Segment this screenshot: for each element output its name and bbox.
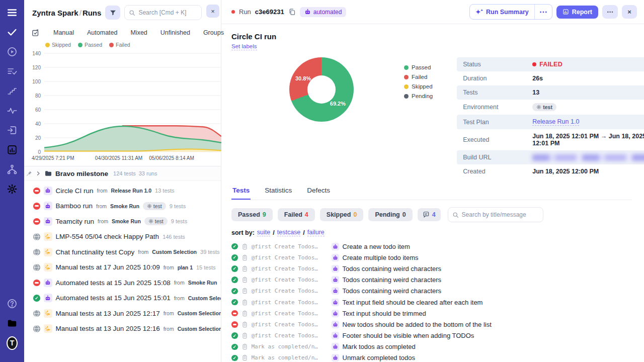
run-source: Smoke Run — [110, 203, 139, 209]
sort-by-failure[interactable]: failure — [307, 229, 325, 236]
chevron-right-icon[interactable] — [35, 170, 41, 176]
run-list-item[interactable]: Manual tests at 13 Jun 2025 12:17 from C… — [24, 306, 221, 321]
test-row[interactable]: @first Create Todos… Todos containing we… — [231, 275, 632, 286]
sort-by-suite[interactable]: suite — [257, 229, 270, 236]
more-options-button[interactable]: ⋯ — [602, 5, 618, 19]
run-type-tabs: Manual Automated Mixed Unfinished Groups — [24, 24, 221, 40]
run-tests-count: 9 tests — [171, 218, 187, 224]
run-list-item[interactable]: Chat functinality test Copy from Custom … — [24, 244, 221, 260]
folder-icon — [44, 169, 52, 177]
info-row-build-url: Build URL — [457, 150, 644, 164]
run-status-icon — [33, 295, 40, 302]
report-button[interactable]: Report — [556, 6, 598, 19]
run-type-icon — [44, 202, 52, 210]
test-row[interactable]: @first Create Todos… New todos should be… — [231, 319, 632, 330]
runs-search[interactable] — [124, 5, 202, 20]
svg-text:140: 140 — [32, 51, 41, 56]
test-row[interactable]: @first Create Todos… Create multiple tod… — [231, 252, 632, 263]
test-row[interactable]: @first Create Todos… Text input should b… — [231, 308, 632, 319]
run-list-item[interactable]: Teamcity run from Smoke Run test 9 tests — [24, 214, 221, 229]
test-row[interactable]: @first Create Todos… Todos containing we… — [231, 263, 632, 274]
test-row[interactable]: @first Create Todos… Footer should be vi… — [231, 330, 632, 341]
test-status-icon — [231, 299, 238, 306]
bar-chart-icon[interactable] — [7, 144, 18, 155]
automated-test-icon — [332, 287, 339, 295]
comments-filter-chip[interactable]: 4 — [418, 208, 441, 221]
copy-icon[interactable] — [288, 8, 296, 16]
run-type-icon — [44, 248, 52, 256]
close-detail-button[interactable]: × — [622, 5, 637, 19]
run-type-tab[interactable]: Automated — [80, 27, 124, 38]
stairs-icon[interactable] — [7, 85, 18, 97]
milestone-name[interactable]: Bravo milestone — [55, 170, 108, 177]
run-list-item[interactable]: Manual tests at 13 Jun 2025 12:16 from C… — [24, 321, 221, 337]
run-summary-button[interactable]: ✦+ Run Summary — [470, 5, 534, 19]
automated-badge[interactable]: automated — [300, 7, 347, 17]
run-type-tab[interactable]: Mixed — [124, 27, 153, 38]
run-list-item[interactable]: Circle CI run from Release Run 1.0 13 te… — [24, 183, 221, 199]
run-list-item[interactable]: Bamboo run from Smoke Run test 9 tests — [24, 199, 221, 214]
clipboard-icon — [242, 354, 248, 361]
run-type-tab[interactable]: Unfinished — [154, 27, 197, 38]
list-check-icon[interactable] — [7, 66, 18, 77]
runs-search-input[interactable] — [138, 9, 197, 16]
app-logo[interactable]: T — [7, 337, 18, 348]
check-icon[interactable] — [7, 27, 18, 38]
status-filter-chip[interactable]: Skipped0 — [320, 208, 364, 221]
test-row[interactable]: Mark as completed/n… Mark todos as compl… — [231, 341, 632, 352]
build-url-redacted[interactable] — [532, 154, 644, 161]
clipboard-icon — [242, 321, 248, 328]
run-type-icon — [44, 324, 52, 333]
test-row[interactable]: @first Create Todos… Create a new todo i… — [231, 241, 632, 252]
run-type-tab[interactable]: Groups — [197, 27, 230, 38]
detail-tab[interactable]: Tests — [231, 187, 251, 200]
run-list-item[interactable]: LMP-554 05/04 check Happy Path 146 tests — [24, 229, 221, 245]
close-panel-button[interactable]: × — [206, 5, 219, 18]
tests-search[interactable] — [448, 207, 543, 222]
pin-icon — [26, 170, 32, 176]
status-filter-chip[interactable]: Failed4 — [278, 208, 315, 221]
sort-by-testcase[interactable]: testcase — [277, 229, 301, 236]
status-filter-chip[interactable]: Passed9 — [231, 208, 273, 221]
select-runs-icon[interactable] — [31, 29, 40, 37]
comment-icon — [423, 211, 430, 218]
run-type-icon — [44, 309, 52, 318]
run-summary-more-button[interactable]: ⋯ — [535, 5, 552, 19]
clipboard-icon — [242, 310, 248, 317]
test-row[interactable]: Mark as completed/n… Unmark completed to… — [231, 352, 632, 362]
import-icon[interactable] — [7, 125, 18, 136]
projects-icon[interactable] — [7, 318, 18, 329]
pulse-icon[interactable] — [7, 105, 18, 116]
run-type-tab[interactable]: Manual — [47, 27, 80, 38]
filter-button[interactable] — [105, 6, 120, 20]
help-icon[interactable] — [7, 298, 18, 309]
test-row[interactable]: @first Create Todos… Text input field sh… — [231, 297, 632, 308]
environment-badge: test — [220, 279, 221, 287]
failed-percent-label: 30.8% — [295, 75, 311, 81]
test-status-icon — [231, 254, 238, 261]
test-status-icon — [231, 344, 238, 350]
milestone-row[interactable]: Bravo milestone 124 tests 33 runs — [24, 166, 221, 181]
test-row[interactable]: @first Create Todos… Todos containing we… — [231, 286, 632, 297]
set-labels-link[interactable]: Set labels — [231, 43, 257, 50]
test-plan-link[interactable]: Release Run 1.0 — [532, 118, 579, 126]
clipboard-icon — [242, 254, 248, 261]
info-row-status: Status FAILED — [457, 57, 644, 71]
run-list-item[interactable]: Manual tests at 17 Jun 2025 10:09 from p… — [24, 260, 221, 276]
branch-icon[interactable] — [7, 164, 18, 175]
run-list-item[interactable]: Automated tests at 15 Jun 2025 15:01 fro… — [24, 291, 221, 306]
run-list-item[interactable]: Automated tests at 15 Jun 2025 15:08 fro… — [24, 275, 221, 291]
run-source: Smoke Run — [188, 280, 217, 286]
test-status-icon — [231, 321, 238, 328]
menu-icon[interactable] — [7, 7, 18, 18]
clipboard-icon — [242, 332, 248, 339]
status-filter-chip[interactable]: Pending0 — [368, 208, 412, 221]
play-circle-icon[interactable] — [7, 46, 18, 57]
svg-text:4/29/2025 7:21 PM: 4/29/2025 7:21 PM — [32, 155, 74, 161]
detail-tab[interactable]: Statistics — [264, 187, 293, 200]
tests-search-input[interactable] — [462, 211, 539, 218]
project-name[interactable]: Zyntra Spark — [32, 9, 78, 17]
gear-icon[interactable] — [7, 184, 18, 195]
detail-tab[interactable]: Defects — [306, 187, 331, 200]
run-type-icon — [44, 217, 52, 226]
